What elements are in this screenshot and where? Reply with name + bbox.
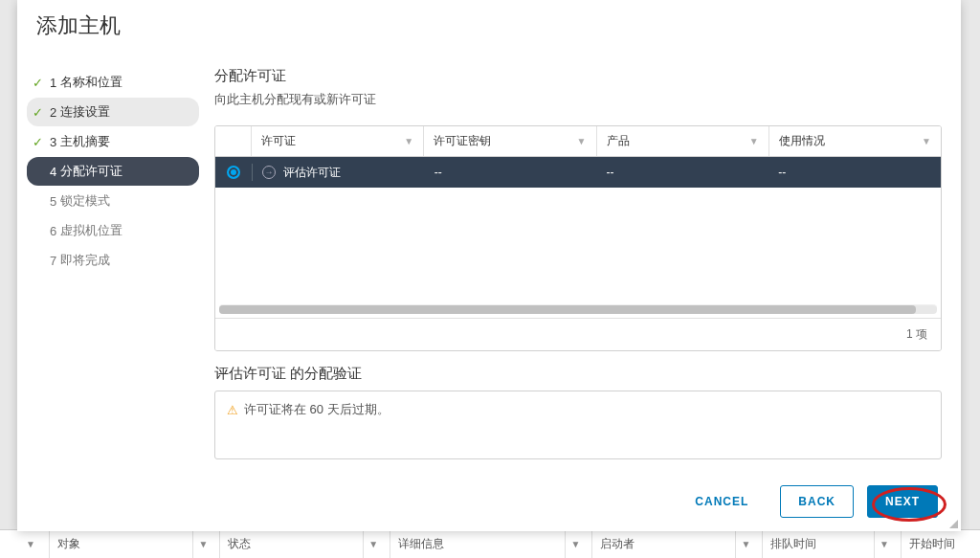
validation-title: 评估许可证 的分配验证 (214, 365, 942, 383)
col-queued: 排队时间 (770, 536, 816, 552)
back-button[interactable]: BACK (780, 485, 854, 518)
wizard-step-name-location[interactable]: ✓ 1 名称和位置 (27, 68, 199, 97)
grid-header: 许可证▼ 许可证密钥▼ 产品▼ 使用情况▼ (215, 126, 941, 157)
wizard-nav: ✓ 1 名称和位置 ✓ 2 连接设置 ✓ 3 主机摘要 4 分配许可证 5 锁定… (17, 56, 209, 472)
modal-title: 添加主机 (17, 0, 961, 56)
check-icon: ✓ (33, 105, 43, 120)
filter-icon[interactable]: ▼ (749, 136, 759, 146)
filter-icon[interactable]: ▼ (741, 539, 750, 549)
horizontal-scrollbar[interactable] (219, 304, 937, 314)
wizard-step-summary[interactable]: ✓ 3 主机摘要 (27, 127, 199, 156)
col-license[interactable]: 许可证▼ (252, 126, 424, 156)
radio-selected-icon[interactable] (227, 166, 240, 179)
filter-icon[interactable]: ▼ (880, 539, 889, 549)
wizard-step-vm-location: 6 虚拟机位置 (27, 216, 199, 245)
col-status: 状态 (228, 536, 251, 552)
filter-icon[interactable]: ▼ (922, 136, 931, 146)
filter-icon[interactable]: ▼ (577, 136, 587, 146)
license-product: -- (607, 166, 614, 179)
check-icon: ✓ (33, 76, 43, 90)
col-usage[interactable]: 使用情况▼ (769, 126, 941, 156)
license-row[interactable]: →评估许可证 -- -- -- (215, 157, 941, 188)
col-details: 详细信息 (398, 536, 444, 552)
col-start: 开始时间 (909, 536, 955, 552)
license-usage: -- (778, 166, 786, 179)
wizard-step-license[interactable]: 4 分配许可证 (27, 157, 199, 186)
wizard-step-lockdown: 5 锁定模式 (27, 187, 199, 215)
warning-icon: ⚠ (227, 403, 238, 417)
filter-icon[interactable]: ▼ (198, 539, 208, 549)
wizard-step-complete: 7 即将完成 (27, 246, 199, 275)
validation-message: ⚠ 许可证将在 60 天后过期。 (227, 401, 929, 418)
col-initiator: 启动者 (600, 536, 635, 552)
content-desc: 向此主机分配现有或新许可证 (214, 91, 942, 108)
license-key: -- (434, 166, 442, 179)
resize-handle-icon[interactable] (947, 518, 959, 529)
background-task-table-header: ▼ 对象 ▼ 状态 ▼ 详细信息 ▼ 启动者 ▼ 排队时间 ▼ 开始时间 (0, 529, 980, 558)
filter-icon[interactable]: ▼ (404, 136, 413, 146)
license-grid: 许可证▼ 许可证密钥▼ 产品▼ 使用情况▼ →评估许可证 -- -- -- 1 … (214, 125, 942, 351)
col-object: 对象 (57, 536, 80, 552)
add-host-wizard-modal: 添加主机 ✓ 1 名称和位置 ✓ 2 连接设置 ✓ 3 主机摘要 4 分配许可证… (17, 0, 961, 531)
col-key[interactable]: 许可证密钥▼ (424, 126, 596, 156)
license-name: 评估许可证 (283, 165, 341, 181)
filter-icon[interactable]: ▼ (368, 539, 378, 549)
arrow-right-circle-icon: → (262, 166, 276, 179)
next-button[interactable]: NEXT (867, 485, 938, 518)
grid-footer: 1 项 (215, 318, 941, 350)
grid-body-empty (215, 188, 941, 304)
cancel-button[interactable]: CANCEL (677, 485, 767, 518)
wizard-step-connection[interactable]: ✓ 2 连接设置 (27, 98, 199, 126)
filter-icon[interactable]: ▼ (26, 539, 35, 549)
modal-footer: CANCEL BACK NEXT (17, 472, 961, 531)
content-area: 分配许可证 向此主机分配现有或新许可证 许可证▼ 许可证密钥▼ 产品▼ 使用情况… (209, 56, 961, 472)
col-product[interactable]: 产品▼ (597, 126, 769, 156)
content-title: 分配许可证 (214, 67, 942, 85)
check-icon: ✓ (33, 135, 43, 149)
validation-box: ⚠ 许可证将在 60 天后过期。 (214, 391, 942, 459)
filter-icon[interactable]: ▼ (571, 539, 581, 549)
